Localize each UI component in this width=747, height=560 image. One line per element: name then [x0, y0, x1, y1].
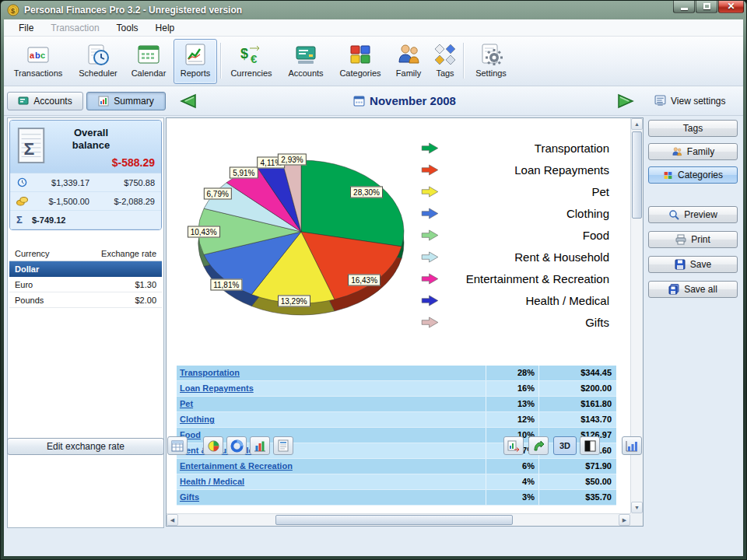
toolbar-categories[interactable]: Categories — [334, 39, 387, 84]
legend-arrow-icon — [419, 142, 440, 154]
bar-chart-icon — [254, 440, 266, 452]
calendar-small-icon — [353, 95, 365, 107]
category-percent: 28% — [486, 366, 538, 380]
pie-chart-view-button[interactable] — [203, 436, 223, 455]
categories-small-icon — [663, 170, 673, 180]
table-row[interactable]: Pet13%$161.80 — [177, 397, 616, 412]
toolbar-transactions[interactable]: abc Transactions — [5, 39, 71, 84]
currency-row-euro[interactable]: Euro $1.30 — [9, 277, 162, 292]
category-link[interactable]: Gifts — [177, 490, 486, 505]
table-row[interactable]: Gifts3%$35.70 — [177, 490, 616, 506]
toolbar-family[interactable]: Family — [388, 39, 429, 84]
legend-item: Pet — [419, 180, 614, 202]
legend-item: Food — [419, 224, 614, 246]
toolbar-settings[interactable]: Settings — [468, 39, 514, 84]
scroll-right-button[interactable]: ▶ — [619, 514, 630, 526]
toolbar-calendar[interactable]: Calendar — [125, 39, 172, 84]
balance-grand-total: $-749.12 — [32, 215, 65, 225]
menu-help[interactable]: Help — [149, 21, 182, 35]
scroll-left-button[interactable]: ◀ — [167, 514, 178, 526]
threed-toggle-button[interactable]: 3D — [553, 436, 577, 455]
preview-button[interactable]: Preview — [648, 206, 738, 223]
scroll-up-button[interactable]: ▲ — [631, 118, 643, 130]
category-amount: $126.97 — [538, 428, 616, 443]
currency-row-dollar[interactable]: Dollar — [9, 261, 162, 277]
currency-table-header: Currency Exchange rate — [9, 246, 162, 261]
legend-arrow-icon — [419, 273, 440, 285]
categories-icon — [348, 42, 373, 67]
family-report-button[interactable]: Family — [648, 143, 738, 160]
chart-type-button[interactable] — [622, 436, 642, 455]
refresh-chart-button[interactable] — [528, 436, 549, 455]
scroll-down-button[interactable]: ▼ — [631, 502, 643, 513]
chart-export-button[interactable] — [503, 436, 524, 455]
close-button[interactable]: ✕ — [718, 1, 744, 13]
category-percent: 13% — [486, 397, 538, 411]
menu-file[interactable]: File — [12, 21, 40, 35]
family-icon — [396, 42, 421, 67]
legend-arrow-icon — [419, 164, 440, 176]
pie-slice-label: 5,91% — [230, 167, 258, 179]
currencies-icon: $€ — [239, 42, 264, 67]
minimize-button[interactable] — [673, 1, 695, 13]
horizontal-scroll-thumb[interactable] — [275, 515, 513, 525]
toolbar-accounts[interactable]: Accounts — [281, 39, 331, 84]
horizontal-scrollbar[interactable]: ◀ ▶ — [167, 513, 630, 526]
table-row[interactable]: Transportation28%$344.45 — [177, 366, 616, 381]
pie-slice-label: 6,79% — [204, 188, 232, 200]
accounts-view-button[interactable]: Accounts — [7, 92, 83, 110]
next-month-button[interactable] — [615, 92, 639, 110]
donut-chart-view-button[interactable] — [226, 436, 247, 455]
title-bar[interactable]: $ Personal Finances Pro 3.2 - Unregister… — [1, 1, 746, 19]
rate-column-header: Exchange rate — [101, 249, 156, 258]
printer-icon — [675, 234, 686, 245]
category-percent: 3% — [486, 490, 538, 505]
toolbar-separator — [220, 43, 221, 79]
print-button[interactable]: Print — [648, 231, 738, 248]
balance-header: Σ Overall balance $-588.29 — [10, 121, 161, 173]
report-list-view-button[interactable] — [273, 436, 293, 455]
summary-view-button[interactable]: Summary — [86, 92, 166, 110]
currency-row-pounds[interactable]: Pounds $2.00 — [9, 292, 162, 308]
clock-icon — [16, 177, 28, 187]
edit-exchange-rate-button[interactable]: Edit exchange rate — [7, 438, 164, 455]
table-row[interactable]: Health / Medical4%$50.00 — [177, 474, 616, 490]
toolbar-reports[interactable]: Reports — [174, 39, 217, 84]
category-link[interactable]: Pet — [177, 397, 486, 411]
vertical-scroll-thumb[interactable] — [632, 131, 642, 219]
balance-row-total: Σ $-749.12 — [10, 211, 161, 229]
table-row[interactable]: Clothing12%$143.70 — [177, 412, 616, 428]
pie-slice-label: 11,81% — [210, 279, 242, 291]
table-row[interactable]: Entertainment & Recreation6%$71.90 — [177, 459, 616, 474]
toolbar-scheduler[interactable]: Scheduler — [72, 39, 124, 84]
green-arrow-icon — [533, 440, 545, 452]
save-all-button[interactable]: Save all — [648, 281, 738, 298]
legend-arrow-icon — [419, 229, 440, 241]
menu-tools[interactable]: Tools — [110, 21, 146, 35]
category-amount: $344.45 — [538, 366, 616, 380]
period-header: November 2008 — [166, 94, 644, 107]
balance-row-cash: $-1,500.00 $-2,088.29 — [10, 192, 161, 211]
view-settings[interactable]: View settings — [654, 95, 725, 107]
tags-report-button[interactable]: Tags — [648, 120, 738, 137]
table-view-button[interactable] — [167, 436, 188, 455]
save-button[interactable]: Save — [648, 256, 738, 273]
category-amount: $161.80 — [538, 397, 616, 411]
category-link[interactable]: Health / Medical — [177, 474, 486, 489]
legend-arrow-icon — [419, 251, 440, 263]
balance-value: $-2,088.29 — [89, 197, 155, 206]
reports-icon — [183, 42, 208, 67]
maximize-button[interactable] — [696, 1, 717, 13]
toolbar-tags[interactable]: Tags — [430, 39, 460, 84]
category-link[interactable]: Transportation — [177, 366, 486, 380]
category-link[interactable]: Clothing — [177, 412, 486, 427]
bar-chart-view-button[interactable] — [250, 436, 270, 455]
category-link[interactable]: Entertainment & Recreation — [177, 459, 486, 474]
categories-report-button[interactable]: Categories — [648, 166, 738, 184]
toolbar-currencies[interactable]: $€ Currencies — [225, 39, 278, 84]
category-link[interactable]: Loan Repayments — [177, 381, 486, 396]
contrast-toggle-button[interactable] — [580, 436, 600, 455]
category-percent: 12% — [486, 412, 538, 427]
table-row[interactable]: Loan Repayments16%$200.00 — [177, 381, 616, 397]
pie-slice-label: 10,43% — [188, 226, 220, 237]
